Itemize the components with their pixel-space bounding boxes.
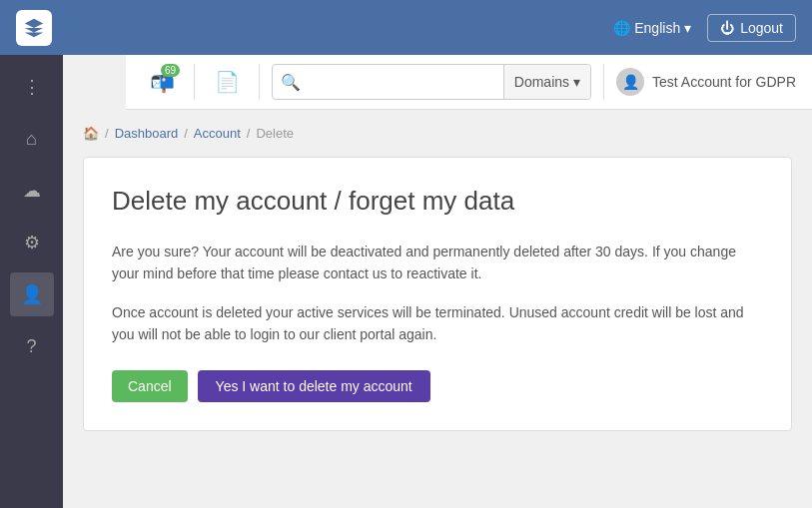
topnav-left	[16, 10, 52, 46]
sidebar-item-menu[interactable]: ⋮	[10, 65, 54, 109]
breadcrumb-home[interactable]: 🏠	[83, 126, 99, 141]
gear-icon: ⚙	[24, 232, 40, 254]
user-icon: 👤	[21, 283, 43, 305]
user-section[interactable]: 👤 Test Account for GDPR	[616, 68, 796, 96]
breadcrumb-current: Delete	[256, 126, 294, 141]
main-area: 📬 69 📄 🔍 Domains ▾ 👤 Test	[63, 55, 812, 508]
sidebar-item-cloud[interactable]: ☁	[10, 169, 54, 213]
search-icon: 🔍	[273, 73, 309, 92]
user-avatar: 👤	[616, 68, 644, 96]
app-logo[interactable]	[16, 10, 52, 46]
sidebar-item-user[interactable]: 👤	[10, 272, 54, 316]
domain-label: Domains	[514, 74, 569, 90]
document-icon: 📄	[215, 70, 240, 94]
question-icon: ?	[26, 336, 36, 357]
breadcrumb-dashboard[interactable]: Dashboard	[115, 126, 179, 141]
user-name: Test Account for GDPR	[652, 74, 796, 90]
page-title: Delete my account / forget my data	[112, 186, 763, 217]
domain-dropdown[interactable]: Domains ▾	[503, 65, 590, 99]
top-navigation: 🌐 English ▾ ⏻ Logout	[0, 0, 812, 55]
card-actions: Cancel Yes I want to delete my account	[112, 370, 763, 402]
search-input[interactable]	[309, 74, 503, 90]
divider3	[603, 64, 604, 100]
notifications-button[interactable]: 📬 69	[142, 62, 182, 102]
warning-text-2: Once account is deleted your active serv…	[112, 301, 763, 346]
cloud-icon: ☁	[23, 180, 41, 202]
home-icon: ⌂	[26, 129, 37, 150]
sidebar-item-help[interactable]: ?	[10, 324, 54, 368]
breadcrumb: 🏠 / Dashboard / Account / Delete	[83, 126, 792, 141]
breadcrumb-account[interactable]: Account	[194, 126, 241, 141]
logout-button[interactable]: ⏻ Logout	[707, 14, 796, 42]
search-bar[interactable]: 🔍 Domains ▾	[272, 64, 591, 100]
notification-badge: 69	[161, 64, 180, 77]
divider	[194, 64, 195, 100]
sidebar: ⋮ ⌂ ☁ ⚙ 👤 ?	[0, 55, 63, 508]
sidebar-item-settings[interactable]: ⚙	[10, 221, 54, 264]
domain-chevron-icon: ▾	[573, 74, 580, 90]
breadcrumb-sep3: /	[247, 126, 251, 141]
globe-icon: 🌐	[613, 20, 630, 36]
topnav-right: 🌐 English ▾ ⏻ Logout	[605, 14, 796, 42]
language-button[interactable]: 🌐 English ▾	[605, 16, 699, 40]
menu-icon: ⋮	[23, 76, 41, 98]
language-label: English	[634, 20, 680, 36]
layout: ⋮ ⌂ ☁ ⚙ 👤 ? 📬 69 📄	[0, 55, 812, 508]
delete-account-card: Delete my account / forget my data Are y…	[83, 157, 792, 431]
breadcrumb-sep2: /	[184, 126, 188, 141]
warning-text-1: Are you sure? Your account will be deact…	[112, 241, 763, 285]
main-content: 🏠 / Dashboard / Account / Delete Delete …	[63, 110, 812, 508]
home-breadcrumb-icon: 🏠	[83, 126, 99, 141]
cancel-button[interactable]: Cancel	[112, 370, 188, 402]
person-icon: 👤	[622, 74, 639, 90]
documents-button[interactable]: 📄	[207, 62, 247, 102]
logout-label: Logout	[740, 20, 783, 36]
power-icon: ⏻	[720, 20, 734, 36]
sidebar-item-home[interactable]: ⌂	[10, 117, 54, 161]
sub-navigation: 📬 69 📄 🔍 Domains ▾ 👤 Test	[126, 55, 812, 110]
chevron-down-icon: ▾	[684, 20, 691, 36]
breadcrumb-sep1: /	[105, 126, 109, 141]
divider2	[259, 64, 260, 100]
delete-account-button[interactable]: Yes I want to delete my account	[198, 370, 430, 402]
